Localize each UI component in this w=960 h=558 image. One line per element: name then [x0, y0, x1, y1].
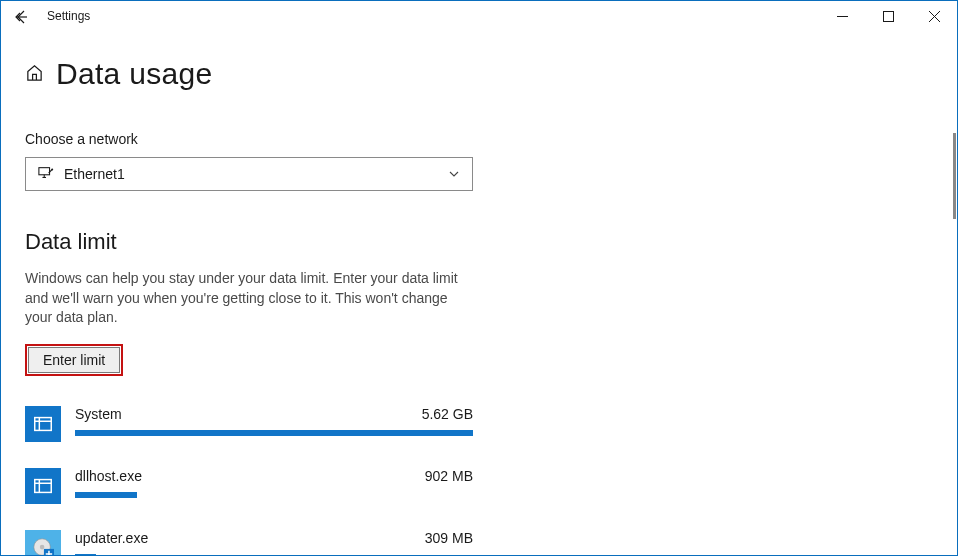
- usage-item: dllhost.exe902 MB: [25, 468, 473, 504]
- usage-details: updater.exe309 MB: [75, 530, 473, 555]
- page-title: Data usage: [56, 57, 212, 91]
- usage-details: System5.62 GB: [75, 406, 473, 436]
- network-select[interactable]: Ethernet1: [25, 157, 473, 191]
- usage-item: System5.62 GB: [25, 406, 473, 442]
- app-system-icon: [25, 468, 61, 504]
- usage-details: dllhost.exe902 MB: [75, 468, 473, 498]
- minimize-icon: [837, 11, 848, 22]
- page-header: Data usage: [25, 57, 933, 91]
- window-title: Settings: [41, 9, 90, 23]
- minimize-button[interactable]: [819, 1, 865, 31]
- arrow-left-icon: [13, 9, 29, 25]
- usage-list: System5.62 GBdllhost.exe902 MBupdater.ex…: [25, 406, 473, 555]
- page-body: Data usage Choose a network Ethernet1 Da…: [1, 31, 957, 555]
- data-limit-heading: Data limit: [25, 229, 933, 255]
- usage-app-value: 902 MB: [425, 468, 473, 484]
- maximize-icon: [883, 11, 894, 22]
- settings-window: Settings Data usage Choose a network: [0, 0, 958, 556]
- data-limit-description: Windows can help you stay under your dat…: [25, 269, 475, 328]
- back-button[interactable]: [1, 1, 41, 31]
- close-button[interactable]: [911, 1, 957, 31]
- enter-limit-highlight: Enter limit: [25, 344, 123, 376]
- svg-rect-6: [35, 479, 52, 492]
- chevron-down-icon: [448, 168, 460, 180]
- usage-bar: [75, 554, 96, 555]
- network-selected-value: Ethernet1: [64, 166, 125, 182]
- maximize-button[interactable]: [865, 1, 911, 31]
- network-label: Choose a network: [25, 131, 933, 147]
- svg-rect-3: [35, 417, 52, 430]
- svg-point-10: [40, 545, 45, 550]
- enter-limit-button[interactable]: Enter limit: [28, 347, 120, 373]
- usage-item: updater.exe309 MB: [25, 530, 473, 555]
- caption-controls: [819, 1, 957, 31]
- home-icon[interactable]: [25, 63, 44, 85]
- app-system-icon: [25, 406, 61, 442]
- usage-app-name: updater.exe: [75, 530, 148, 546]
- usage-app-name: dllhost.exe: [75, 468, 142, 484]
- installer-icon: [25, 530, 61, 555]
- titlebar: Settings: [1, 1, 957, 31]
- svg-rect-0: [883, 11, 893, 21]
- usage-app-value: 309 MB: [425, 530, 473, 546]
- usage-app-value: 5.62 GB: [422, 406, 473, 422]
- scrollbar-thumb[interactable]: [953, 133, 956, 219]
- monitor-icon: [38, 166, 54, 183]
- close-icon: [929, 11, 940, 22]
- svg-rect-1: [39, 167, 50, 174]
- svg-point-2: [52, 169, 53, 170]
- usage-app-name: System: [75, 406, 122, 422]
- usage-bar: [75, 492, 137, 498]
- usage-bar: [75, 430, 473, 436]
